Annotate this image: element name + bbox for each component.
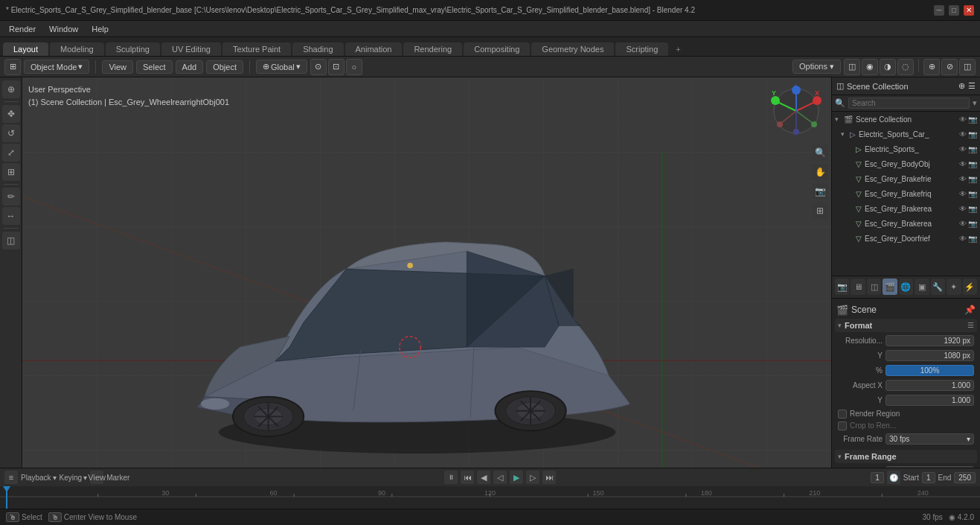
cursor-tool-button[interactable]: ⊕ [2,80,20,98]
format-section-header[interactable]: ▾ Format ☰ [835,319,977,332]
add-workspace-button[interactable]: + [670,42,686,56]
frame-rate-dropdown[interactable]: 30 fps ▾ [885,433,974,445]
skip-end-button[interactable]: ⏭ [542,471,556,484]
prop-view-layer-icon[interactable]: ◫ [867,279,881,295]
quad-view-button[interactable]: ⊞ [812,203,828,219]
tab-layout[interactable]: Layout [3,42,48,56]
tab-modeling[interactable]: Modeling [50,42,104,56]
sc-item-2[interactable]: ▽ Esc_Grey_Brakefrie 👁 📷 [832,171,980,186]
prop-physics-icon[interactable]: ⚡ [963,279,977,295]
sc-eye-2[interactable]: 👁 [959,175,967,183]
sc-cam-5[interactable]: 📷 [968,220,977,228]
transform-tool-button[interactable]: ⊞ [2,163,20,181]
menu-render[interactable]: Render [3,23,42,35]
tab-geometry-nodes[interactable]: Geometry Nodes [531,42,614,56]
menu-icon-button[interactable]: ≡ [4,471,18,484]
scene-collection-settings-icon[interactable]: ☰ [968,81,976,91]
sc-eye-root[interactable]: 👁 [959,115,967,124]
prop-world-icon[interactable]: 🌐 [899,279,913,295]
sc-item-5[interactable]: ▽ Esc_Grey_Brakerea 👁 📷 [832,216,980,231]
annotate-tool-button[interactable]: ✏ [2,188,20,206]
next-frame-button[interactable]: ▷ [526,471,539,484]
sc-cam-0[interactable]: 📷 [968,145,977,153]
prop-render-icon[interactable]: 📷 [835,279,849,295]
marker-dropdown[interactable]: Marker [106,474,129,482]
playback-dropdown[interactable]: Playback ▾ [21,474,57,482]
skip-start-button[interactable]: ⏮ [461,471,474,484]
tab-texture-paint[interactable]: Texture Paint [222,42,291,56]
viewport-shading-render[interactable]: ◌ [897,59,914,75]
sc-item-root[interactable]: ▾ 🎬 Scene Collection 👁 📷 [832,112,980,127]
prop-particles-icon[interactable]: ✦ [947,279,961,295]
frame-range-section-header[interactable]: ▾ Frame Range [835,450,977,463]
transform-space-dropdown[interactable]: ⊕ Global ▾ [256,60,307,74]
tab-uv-editing[interactable]: UV Editing [161,42,221,56]
prop-scene-icon[interactable]: 🎬 [883,279,897,295]
xray-toggle[interactable]: ◫ [959,59,976,75]
scene-pin-icon[interactable]: 📌 [964,305,976,315]
camera-view-button[interactable]: 📷 [812,183,828,200]
add-object-button[interactable]: ◫ [2,232,20,249]
aspect-x-value[interactable]: 1.000 [885,380,974,391]
options-button[interactable]: Options ▾ [792,60,841,74]
tab-scripting[interactable]: Scripting [615,42,668,56]
tab-compositing[interactable]: Compositing [464,42,530,56]
proportional-editing[interactable]: ○ [346,59,362,75]
sc-cam-electric[interactable]: 📷 [968,130,977,139]
sc-cam-root[interactable]: 📷 [968,115,977,124]
scene-collection-filter-icon[interactable]: ⊕ [958,81,965,91]
maximize-button[interactable]: □ [949,5,959,16]
snap-settings[interactable]: ⊡ [328,59,345,75]
viewport-controls-icon[interactable]: ⊞ [4,59,21,75]
sc-eye-1[interactable]: 👁 [959,160,967,168]
current-frame-display[interactable]: 1 [871,472,884,483]
select-menu[interactable]: Select [136,60,173,74]
sc-item-4[interactable]: ▽ Esc_Grey_Brakerea 👁 📷 [832,201,980,216]
resolution-x-value[interactable]: 1920 px [885,335,974,346]
sc-eye-4[interactable]: 👁 [959,205,967,213]
keying-dropdown[interactable]: Keying ▾ [60,474,88,482]
tab-sculpting[interactable]: Sculpting [106,42,160,56]
sc-item-1[interactable]: ▽ Esc_Grey_BodyObj 👁 📷 [832,156,980,171]
prev-frame-button[interactable]: ◁ [493,471,507,484]
prop-object-icon[interactable]: ▣ [915,279,929,295]
end-frame-input[interactable]: 250 [954,472,976,483]
sc-cam-4[interactable]: 📷 [968,205,977,213]
sc-cam-6[interactable]: 📷 [968,235,977,243]
menu-window[interactable]: Window [43,23,84,35]
measure-tool-button[interactable]: ↔ [2,207,20,225]
sc-eye-6[interactable]: 👁 [959,235,967,243]
sc-item-6[interactable]: ▽ Esc_Grey_Doorfrief 👁 📷 [832,231,980,246]
outliner-filter-icon[interactable]: ▾ [973,98,977,108]
close-button[interactable]: ✕ [964,5,974,16]
sc-eye-electric[interactable]: 👁 [959,130,967,139]
play-reverse-button[interactable]: ◀ [477,471,490,484]
aspect-y-value[interactable]: 1.000 [885,395,974,406]
gizmo-toggle[interactable]: ⊕ [923,59,940,75]
tab-shading[interactable]: Shading [292,42,343,56]
sc-cam-1[interactable]: 📷 [968,160,977,168]
sc-cam-2[interactable]: 📷 [968,175,977,183]
outliner-search-input[interactable] [848,98,970,109]
move-tool-button[interactable]: ✥ [2,105,20,123]
render-region-checkbox[interactable] [838,410,847,419]
timeline-track[interactable]: 30 60 90 120 150 180 210 240 [0,486,980,509]
scale-tool-button[interactable]: ⤢ [2,144,20,162]
sc-eye-0[interactable]: 👁 [959,145,967,153]
minimize-button[interactable]: ─ [934,5,944,16]
sc-eye-5[interactable]: 👁 [959,220,967,228]
view-timeline-menu[interactable]: View [90,471,103,484]
crop-render-checkbox[interactable] [838,421,847,430]
rotate-tool-button[interactable]: ↺ [2,124,20,142]
sc-item-electric[interactable]: ▾ ▷ Electric_Sports_Car_ 👁 📷 [832,127,980,141]
snap-toggle[interactable]: ⊙ [310,59,327,75]
viewport-gizmo[interactable]: X Y Z [770,85,822,137]
timeline-playhead[interactable] [6,486,7,509]
view-menu[interactable]: View [102,60,133,74]
add-menu[interactable]: Add [176,60,204,74]
viewport-shading-material[interactable]: ◑ [880,59,896,75]
format-settings-icon[interactable]: ☰ [967,321,974,329]
object-mode-dropdown[interactable]: Object Mode ▾ [24,60,89,74]
prop-output-icon[interactable]: 🖥 [851,279,865,295]
tab-animation[interactable]: Animation [345,42,403,56]
